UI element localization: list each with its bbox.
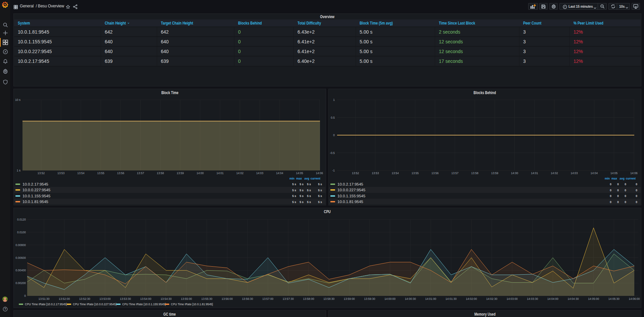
svg-text:13:56:30: 13:56:30: [242, 297, 253, 301]
svg-text:0: 0: [333, 133, 335, 137]
svg-text:13:57: 13:57: [137, 171, 144, 175]
svg-text:13:58: 13:58: [471, 171, 478, 175]
svg-text:14:03: 14:03: [256, 171, 264, 175]
svg-text:13:59:30: 13:59:30: [364, 297, 375, 301]
svg-text:14:01:00: 14:01:00: [425, 297, 436, 301]
svg-text:0.00400: 0.00400: [15, 269, 26, 272]
svg-text:14:04: 14:04: [276, 171, 283, 175]
svg-text:13:59: 13:59: [177, 171, 184, 175]
svg-text:14:02:00: 14:02:00: [466, 297, 477, 301]
svg-text:13:57:30: 13:57:30: [283, 297, 294, 301]
svg-text:0.5: 0.5: [331, 116, 335, 119]
svg-text:0.0120: 0.0120: [17, 218, 26, 221]
svg-text:0.00200: 0.00200: [15, 281, 26, 285]
svg-text:13:57:00: 13:57:00: [262, 297, 273, 301]
svg-text:13:54:00: 13:54:00: [140, 297, 151, 301]
svg-text:13:59: 13:59: [491, 171, 499, 175]
svg-text:13:57: 13:57: [451, 171, 459, 175]
svg-text:13:54:30: 13:54:30: [160, 297, 172, 301]
svg-text:14:06:00: 14:06:00: [629, 297, 640, 301]
svg-text:13:55:00: 13:55:00: [181, 297, 192, 301]
svg-text:13:53: 13:53: [372, 171, 379, 175]
svg-text:13:52:30: 13:52:30: [79, 297, 90, 301]
svg-text:14:06: 14:06: [316, 171, 323, 175]
svg-text:13:56:00: 13:56:00: [222, 297, 233, 301]
svg-text:?: ?: [4, 307, 6, 311]
svg-text:13:54: 13:54: [392, 171, 399, 175]
svg-text:14:04:00: 14:04:00: [547, 297, 558, 301]
svg-text:14:03:00: 14:03:00: [507, 297, 518, 301]
svg-text:13:56: 13:56: [431, 171, 439, 175]
svg-text:14:01: 14:01: [217, 171, 224, 175]
svg-text:-0.5: -0.5: [330, 151, 335, 155]
svg-text:13:54: 13:54: [77, 171, 85, 175]
svg-text:14:02:30: 14:02:30: [486, 297, 497, 301]
svg-text:14:03: 14:03: [571, 171, 578, 175]
svg-text:13:56: 13:56: [117, 171, 125, 175]
svg-text:0.00600: 0.00600: [15, 256, 26, 260]
svg-text:14:00:00: 14:00:00: [384, 297, 396, 301]
svg-text:1 s: 1 s: [17, 169, 20, 172]
svg-text:13:59:00: 13:59:00: [344, 297, 355, 301]
svg-text:13:58:30: 13:58:30: [323, 297, 334, 301]
svg-text:14:03:30: 14:03:30: [527, 297, 538, 301]
svg-text:13:52:00: 13:52:00: [59, 297, 70, 301]
svg-text:14:05: 14:05: [296, 171, 303, 175]
svg-text:14:05: 14:05: [610, 171, 618, 175]
svg-text:13:58:00: 13:58:00: [303, 297, 314, 301]
svg-text:14:04:30: 14:04:30: [568, 297, 579, 301]
svg-text:14:04: 14:04: [591, 171, 598, 175]
svg-text:14:02: 14:02: [236, 171, 244, 175]
svg-text:14:05:00: 14:05:00: [588, 297, 599, 301]
svg-text:14:00: 14:00: [196, 171, 204, 175]
svg-text:-1: -1: [332, 169, 335, 172]
svg-text:13:53:30: 13:53:30: [120, 297, 131, 301]
svg-text:1: 1: [333, 98, 335, 102]
svg-text:13:52: 13:52: [352, 171, 359, 175]
svg-text:14:01:30: 14:01:30: [446, 297, 457, 301]
svg-text:13:53:00: 13:53:00: [99, 297, 110, 301]
svg-text:13:55: 13:55: [412, 171, 419, 175]
svg-text:13:58: 13:58: [157, 171, 164, 175]
svg-text:0: 0: [24, 294, 26, 298]
svg-text:14:06: 14:06: [630, 171, 638, 175]
svg-text:0.00800: 0.00800: [15, 243, 26, 247]
svg-text:14:02: 14:02: [551, 171, 558, 175]
svg-text:14:01: 14:01: [531, 171, 538, 175]
svg-text:0.0100: 0.0100: [17, 231, 26, 234]
svg-text:13:55: 13:55: [97, 171, 104, 175]
svg-text:14:00: 14:00: [511, 171, 518, 175]
svg-text:14:00:30: 14:00:30: [405, 297, 416, 301]
svg-text:14:05:30: 14:05:30: [608, 297, 619, 301]
svg-text:13:52: 13:52: [38, 171, 45, 175]
svg-text:13:53: 13:53: [57, 171, 65, 175]
svg-text:13:55:30: 13:55:30: [201, 297, 212, 301]
svg-text:13:51:30: 13:51:30: [38, 297, 49, 301]
svg-text:10 s: 10 s: [15, 98, 20, 102]
